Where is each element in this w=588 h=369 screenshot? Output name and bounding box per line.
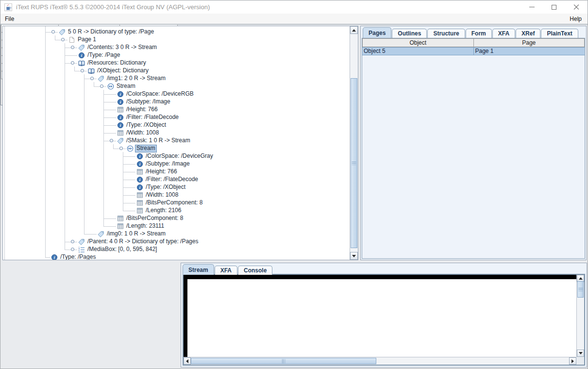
- tree-node-label[interactable]: /Length: 23111: [125, 222, 165, 230]
- tree-connector-line: [123, 172, 135, 172]
- pages-tab-form[interactable]: Form: [466, 29, 492, 38]
- tree-node-label[interactable]: /BitsPerComponent: 8: [125, 215, 184, 222]
- tree-node-label[interactable]: /Height: 766: [145, 168, 178, 176]
- menu-bar: File Help: [0, 14, 588, 25]
- pages-tab-structure[interactable]: Structure: [427, 29, 465, 38]
- scrollbar-thumb[interactable]: [577, 281, 584, 298]
- tree-node-label[interactable]: /Subtype: /Image: [145, 160, 191, 168]
- tree-node-label[interactable]: /BitsPerComponent: 8: [145, 199, 203, 207]
- scroll-left-button[interactable]: [184, 357, 191, 365]
- tree-vertical-scrollbar[interactable]: [350, 26, 358, 260]
- tree-node-label[interactable]: /Width: 1008: [125, 129, 160, 137]
- tree-connector-line: [123, 164, 135, 165]
- scroll-right-button[interactable]: [569, 357, 576, 365]
- preview-vertical-scrollbar[interactable]: [576, 275, 584, 357]
- menu-file[interactable]: File: [2, 16, 17, 22]
- tree-node-label[interactable]: /Parent: 4 0 R -> Dictionary of type: /P…: [86, 238, 199, 246]
- down-arrow-icon: [579, 352, 583, 354]
- window-title: iText RUPS iText® 5.5.3 ©2000-2014 iText…: [16, 3, 210, 11]
- expand-handle-icon[interactable]: [71, 46, 74, 49]
- pages-tab-outlines[interactable]: Outlines: [392, 29, 427, 38]
- expand-handle-icon[interactable]: [71, 248, 74, 251]
- tag-icon: [98, 75, 104, 82]
- pages-tab-xfa[interactable]: XFA: [492, 29, 515, 38]
- pages-table-row[interactable]: Object 5Page 1: [362, 47, 585, 55]
- collapse-handle-icon[interactable]: [100, 84, 103, 88]
- expand-handle-icon[interactable]: [71, 240, 74, 243]
- svg-text:3: 3: [79, 251, 80, 253]
- tree-connector-line: [123, 180, 135, 180]
- tree-node-label[interactable]: /Type: /XObject: [145, 184, 186, 191]
- tree-node-label[interactable]: /MediaBox: [0, 0, 595, 842]: [86, 246, 158, 253]
- tree-connector-line: [103, 218, 116, 219]
- pages-tab-plaintext[interactable]: PlainText: [541, 29, 578, 38]
- tree-node-label[interactable]: /Width: 1008: [145, 191, 179, 199]
- collapse-handle-icon[interactable]: [119, 147, 123, 150]
- scrollbar-thumb[interactable]: [351, 78, 357, 248]
- tree-node-label[interactable]: /Type: /XObject: [125, 121, 167, 129]
- scroll-down-button[interactable]: [577, 350, 584, 357]
- tree-node-label[interactable]: /Subtype: /Image: [125, 98, 171, 106]
- tree-node-label[interactable]: /Height: 766: [125, 106, 159, 114]
- stream-image-preview: [183, 274, 585, 366]
- tree-connector-line: [103, 102, 116, 102]
- tree-node-label[interactable]: Stream: [135, 145, 157, 152]
- tree-node-label[interactable]: /Type: /Pages: [59, 253, 97, 260]
- tree-node-label[interactable]: /img0: 1 0 R -> Stream: [106, 230, 167, 238]
- minimize-button[interactable]: [521, 0, 543, 14]
- tree-node-label[interactable]: /XObject: Dictionary: [96, 67, 150, 75]
- array-icon: 123: [78, 246, 85, 253]
- preview-image-top-edge: [184, 275, 576, 279]
- scroll-down-button[interactable]: [350, 252, 358, 260]
- tree-connector-line: [84, 234, 97, 235]
- maximize-icon: [552, 5, 556, 10]
- scroll-up-button[interactable]: [350, 26, 358, 34]
- table-cell[interactable]: Page 1: [474, 48, 585, 55]
- tree-node-label[interactable]: /Contents: 3 0 R -> Stream: [86, 44, 158, 51]
- tree-node-label[interactable]: /ColorSpace: /DeviceGray: [145, 152, 214, 160]
- tree-node-label[interactable]: /Length: 2106: [145, 207, 182, 215]
- stream-tab-stream[interactable]: Stream: [183, 264, 214, 275]
- tree-connector-line: [103, 117, 116, 118]
- java-cup-icon: [4, 3, 12, 11]
- stream-tab-xfa[interactable]: XFA: [215, 266, 237, 275]
- pages-tab-pages[interactable]: Pages: [363, 27, 391, 38]
- tree-node-label[interactable]: /ColorSpace: /DeviceRGB: [125, 90, 195, 98]
- collapse-handle-icon[interactable]: [81, 69, 84, 72]
- info-icon: i: [136, 176, 143, 183]
- tree-node-label[interactable]: Page 1: [77, 36, 97, 44]
- tree-node-label[interactable]: /Type: /Page: [86, 51, 121, 59]
- tag-icon: [59, 29, 66, 35]
- scrollbar-thumb[interactable]: [191, 358, 376, 364]
- stream-panel: StreamXFAConsole: [181, 263, 587, 368]
- collapse-handle-icon[interactable]: [110, 139, 113, 142]
- preview-horizontal-scrollbar[interactable]: [184, 357, 576, 365]
- tree-node-label[interactable]: /img1: 2 0 R -> Stream: [106, 75, 167, 83]
- pdf-object-tree[interactable]: 5 0 R -> Dictionary of type: /PagePage 1…: [3, 26, 350, 260]
- tree-node-label[interactable]: /Filter: /FlateDecode: [125, 114, 180, 121]
- tree-node-label[interactable]: /SMask: 1 0 R -> Stream: [125, 137, 191, 145]
- tree-connector-line: [65, 55, 77, 56]
- table-cell[interactable]: Object 5: [362, 48, 474, 55]
- close-button[interactable]: [565, 0, 588, 14]
- stream-tab-console[interactable]: Console: [238, 266, 272, 275]
- collapse-handle-icon[interactable]: [71, 61, 74, 65]
- collapse-handle-icon[interactable]: [90, 77, 94, 80]
- tree-node-label[interactable]: /Filter: /FlateDecode: [145, 176, 199, 184]
- pages-table: ObjectPage Object 5Page 1: [362, 38, 585, 259]
- number-icon: [117, 106, 124, 113]
- close-icon: [573, 4, 579, 10]
- dictionary-icon: [88, 67, 95, 74]
- tree-connector-line: [103, 125, 116, 126]
- tree-connector-line: [123, 156, 135, 157]
- collapse-handle-icon[interactable]: [61, 38, 65, 41]
- tree-node-label[interactable]: 5 0 R -> Dictionary of type: /Page: [67, 28, 155, 36]
- collapse-handle-icon[interactable]: [51, 30, 55, 34]
- tree-guide-line: [74, 67, 75, 71]
- pages-tab-xref[interactable]: XRef: [516, 29, 540, 38]
- tree-connector-line: [123, 203, 135, 203]
- tree-node-label[interactable]: Stream: [116, 83, 136, 90]
- tree-node-label[interactable]: /Resources: Dictionary: [86, 59, 147, 67]
- menu-help[interactable]: Help: [567, 16, 585, 22]
- maximize-button[interactable]: [543, 0, 565, 14]
